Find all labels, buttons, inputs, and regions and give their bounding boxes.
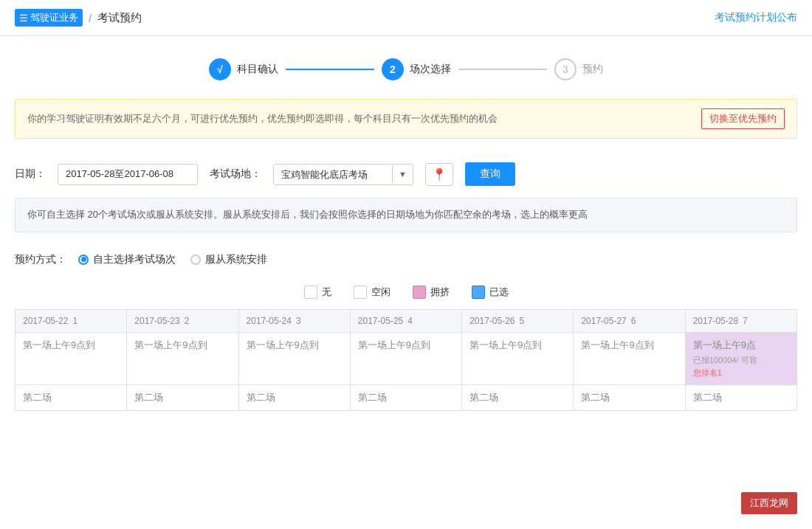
radio-self-dot [78, 255, 89, 265]
date-4-num: 5 [520, 316, 525, 326]
th-1: 2017-05-23 2 [127, 309, 238, 332]
step-3-circle: 3 [554, 58, 577, 80]
legend-selected-label: 已选 [489, 286, 509, 299]
th-3: 2017-05-25 4 [350, 309, 461, 332]
cell-0-1[interactable]: 第一场上午9点到 [127, 332, 238, 384]
step-1-circle: √ [209, 58, 231, 80]
step-2: 2 场次选择 [382, 58, 451, 80]
date-input[interactable] [58, 164, 198, 185]
session-text-1-0: 第二场 [23, 391, 119, 404]
calendar-table: 2017-05-22 1 2017-05-23 2 2017-05-24 3 2… [15, 309, 797, 411]
watermark: 江西龙网 [741, 492, 797, 514]
cell-1-4[interactable]: 第二场 [462, 384, 574, 410]
session-text-0-6: 第一场上午9点 [693, 339, 789, 352]
session-detail-0-6: 已报100004/ 可容 [693, 355, 789, 366]
session-rank-0-6: 您排名1 [693, 367, 789, 378]
legend-selected-box [472, 286, 485, 299]
date-2-text: 2017-05-24 [247, 316, 292, 326]
session-text-0-2: 第一场上午9点到 [247, 339, 343, 352]
cell-1-1[interactable]: 第二场 [127, 384, 238, 410]
legend-crowded-label: 拥挤 [430, 286, 450, 299]
booking-method-label: 预约方式： [15, 253, 66, 266]
session-text-1-2: 第二场 [247, 391, 343, 404]
date-5-text: 2017-05-27 [581, 316, 626, 326]
step-2-circle: 2 [382, 58, 404, 80]
cell-0-4[interactable]: 第一场上午9点到 [462, 332, 574, 384]
date-3-num: 4 [407, 316, 413, 326]
alert-banner: 你的学习驾驶证明有效期不足六个月，可进行优先预约，优先预约即选即得，每个科目只有… [15, 99, 797, 139]
radio-system-dot [190, 255, 201, 265]
radio-system-label: 服从系统安排 [205, 253, 267, 266]
page-title: 考试预约 [97, 11, 142, 25]
session-text-0-0: 第一场上午9点到 [23, 339, 119, 352]
cell-0-2[interactable]: 第一场上午9点到 [238, 332, 350, 384]
legend-empty-label: 无 [322, 286, 331, 299]
logo-icon: ☰ [19, 13, 28, 24]
search-bar: 日期： 考试场地： 宝鸡智能化底店考场 ▼ 📍 查询 [0, 151, 812, 198]
legend-selected: 已选 [472, 286, 509, 299]
cell-0-0[interactable]: 第一场上午9点到 [16, 332, 127, 384]
booking-method: 预约方式： 自主选择考试场次 服从系统安排 [0, 244, 812, 278]
breadcrumb-sep: / [89, 12, 92, 24]
cell-0-6[interactable]: 第一场上午9点 已报100004/ 可容 您排名1 [685, 332, 796, 384]
date-0-num: 1 [72, 316, 78, 326]
breadcrumb: ☰ 驾驶证业务 / 考试预约 [15, 9, 142, 27]
cell-0-3[interactable]: 第一场上午9点到 [350, 332, 461, 384]
step-3: 3 预约 [554, 58, 603, 80]
step-1: √ 科目确认 [209, 58, 278, 80]
date-2-num: 3 [296, 316, 301, 326]
th-0: 2017-05-22 1 [16, 309, 127, 332]
session-text-0-1: 第一场上午9点到 [134, 339, 230, 352]
radio-group: 自主选择考试场次 服从系统安排 [78, 253, 267, 266]
session-text-0-3: 第一场上午9点到 [358, 339, 454, 352]
search-button[interactable]: 查询 [465, 162, 515, 186]
legend-crowded: 拥挤 [413, 286, 450, 299]
date-3-text: 2017-05-25 [358, 316, 403, 326]
legend-free: 空闲 [354, 286, 390, 299]
location-select[interactable]: 宝鸡智能化底店考场 [274, 165, 392, 184]
plan-publish-link[interactable]: 考试预约计划公布 [715, 11, 797, 24]
step-3-label: 预约 [582, 63, 603, 76]
th-2: 2017-05-24 3 [238, 309, 350, 332]
step-1-label: 科目确认 [237, 63, 278, 76]
legend-free-box [354, 286, 367, 299]
watermark-text: 江西龙网 [750, 497, 788, 508]
priority-booking-btn[interactable]: 切换至优先预约 [701, 108, 785, 129]
radio-system[interactable]: 服从系统安排 [190, 253, 267, 266]
cell-1-3[interactable]: 第二场 [350, 384, 461, 410]
session-text-1-6: 第二场 [693, 391, 789, 404]
radio-self-label: 自主选择考试场次 [93, 253, 176, 266]
logo: ☰ 驾驶证业务 [15, 9, 83, 27]
alert-text: 你的学习驾驶证明有效期不足六个月，可进行优先预约，优先预约即选即得，每个科目只有… [27, 112, 692, 125]
step-line-2 [458, 69, 547, 70]
radio-self[interactable]: 自主选择考试场次 [78, 253, 176, 266]
date-5-num: 6 [631, 316, 636, 326]
logo-text: 驾驶证业务 [30, 11, 78, 24]
cell-1-2[interactable]: 第二场 [238, 384, 350, 410]
select-arrow-icon: ▼ [392, 165, 413, 183]
steps-container: √ 科目确认 2 场次选择 3 预约 [0, 36, 812, 99]
legend: 无 空闲 拥挤 已选 [0, 278, 812, 309]
cell-0-5[interactable]: 第一场上午9点到 [574, 332, 685, 384]
location-label: 考试场地： [210, 167, 261, 181]
session-text-1-4: 第二场 [469, 391, 565, 404]
legend-empty-box [304, 286, 317, 299]
date-6-text: 2017-05-28 [693, 316, 738, 326]
legend-free-label: 空闲 [371, 286, 390, 299]
cell-1-0[interactable]: 第二场 [16, 384, 127, 410]
session-text-0-5: 第一场上午9点到 [581, 339, 677, 352]
date-6-num: 7 [743, 316, 748, 326]
cell-1-5[interactable]: 第二场 [574, 384, 685, 410]
info-text: 你可自主选择 20个考试场次或服从系统安排。服从系统安排后，我们会按照你选择的日… [27, 209, 588, 220]
cell-1-6[interactable]: 第二场 [685, 384, 796, 410]
th-4: 2017-05-26 5 [462, 309, 574, 332]
table-row-1: 第二场 第二场 第二场 第二场 第二场 第二场 第二场 [16, 384, 797, 410]
location-pin-btn[interactable]: 📍 [425, 163, 453, 186]
date-4-text: 2017-05-26 [469, 316, 515, 326]
th-6: 2017-05-28 7 [685, 309, 796, 332]
date-label: 日期： [15, 167, 46, 181]
date-1-num: 2 [185, 316, 190, 326]
session-text-1-1: 第二场 [134, 391, 230, 404]
legend-empty: 无 [304, 286, 331, 299]
session-text-1-5: 第二场 [581, 391, 677, 404]
